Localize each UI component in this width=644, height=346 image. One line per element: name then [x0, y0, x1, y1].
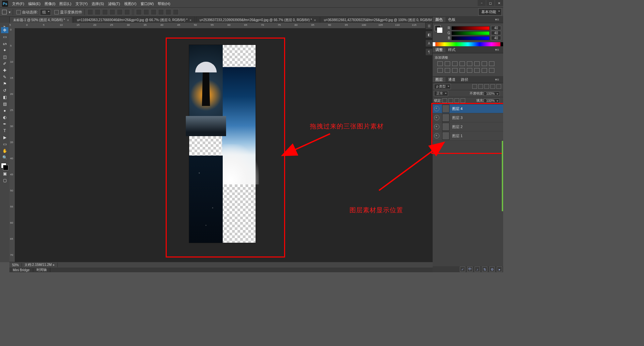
menu-type[interactable]: 文字(Y)	[73, 1, 90, 6]
stamp-tool-icon[interactable]: ⚑	[1, 81, 8, 87]
tray-icon[interactable]: ⇅	[482, 267, 487, 272]
character-panel-icon[interactable]: A	[425, 40, 433, 47]
r-value[interactable]: 40	[491, 26, 501, 30]
menu-select[interactable]: 选择(S)	[90, 1, 106, 6]
menu-edit[interactable]: 编辑(E)	[26, 1, 43, 6]
tab-minibridge[interactable]: Mini Bridge	[9, 268, 33, 272]
vertical-ruler[interactable]: 0510152025303540455055606570	[9, 28, 15, 262]
distribute-icon[interactable]	[143, 9, 149, 15]
path-select-tool-icon[interactable]: ▶	[1, 134, 8, 140]
menu-help[interactable]: 帮助(H)	[156, 1, 172, 6]
close-icon[interactable]: ×	[67, 18, 69, 22]
tab-color[interactable]: 颜色	[433, 17, 445, 22]
adjust-icon[interactable]	[437, 68, 443, 73]
show-transform-checkbox[interactable]	[54, 10, 59, 14]
wand-tool-icon[interactable]: ✦	[1, 47, 8, 53]
dodge-tool-icon[interactable]: ◐	[1, 114, 8, 120]
history-brush-tool-icon[interactable]: ↺	[1, 88, 8, 94]
distribute-icon[interactable]	[136, 9, 142, 15]
document-size[interactable]: 文档:2.15M/11.2M▸	[22, 263, 58, 267]
crop-tool-icon[interactable]: ◫	[1, 54, 8, 60]
opacity-value[interactable]: 100%	[484, 92, 500, 96]
tab-styles[interactable]: 样式	[445, 47, 458, 52]
align-icon[interactable]	[102, 9, 108, 15]
filter-icon[interactable]	[484, 84, 489, 89]
adjust-icon[interactable]	[482, 68, 487, 73]
align-icon[interactable]	[117, 9, 123, 15]
history-panel-icon[interactable]: ☰	[425, 22, 433, 30]
adjust-icon[interactable]	[460, 61, 465, 66]
tray-icon[interactable]: ▸	[497, 267, 502, 272]
canvas-area[interactable]: 拖拽过来的三张图片素材 图层素材显示位置	[15, 28, 433, 262]
g-value[interactable]: 40	[491, 31, 501, 35]
move-tool-icon[interactable]	[2, 10, 7, 14]
adjust-icon[interactable]	[445, 61, 450, 66]
filter-icon[interactable]	[478, 84, 483, 89]
shape-tool-icon[interactable]: ▭	[1, 141, 8, 147]
align-icon[interactable]	[109, 9, 115, 15]
menu-layer[interactable]: 图层(L)	[57, 1, 73, 6]
paragraph-panel-icon[interactable]: ¶	[425, 48, 433, 56]
brush-tool-icon[interactable]: ✎	[1, 74, 8, 80]
align-icon[interactable]	[87, 9, 93, 15]
filter-icon[interactable]	[472, 84, 477, 89]
fill-value[interactable]: 100%	[484, 99, 500, 103]
color-chip[interactable]	[435, 25, 443, 33]
adjust-icon[interactable]	[437, 61, 443, 66]
b-value[interactable]: 40	[491, 36, 501, 40]
document-tab[interactable]: u=3638812661,4278309225&fm=26&gp=0.jpg @…	[320, 16, 443, 23]
lock-icon[interactable]	[461, 98, 465, 103]
distribute-icon[interactable]	[165, 9, 171, 15]
tab-channels[interactable]: 通道	[445, 77, 458, 82]
eraser-tool-icon[interactable]: ◧	[1, 94, 8, 100]
menu-window[interactable]: 窗口(W)	[139, 1, 156, 6]
tab-timeline[interactable]: 时间轴	[33, 268, 50, 272]
adjust-icon[interactable]	[489, 68, 494, 73]
distribute-icon[interactable]	[173, 9, 179, 15]
tab-adjust[interactable]: 调整	[433, 47, 445, 52]
window-minimize-icon[interactable]: －	[478, 0, 486, 6]
distribute-icon[interactable]	[158, 9, 164, 15]
auto-select-checkbox[interactable]	[16, 10, 21, 14]
type-tool-icon[interactable]: T	[1, 128, 8, 134]
document-tab[interactable]: u=2539637233,2109093909&fm=26&gp=0.jpg @…	[196, 16, 320, 23]
b-slider[interactable]	[451, 36, 490, 40]
menu-view[interactable]: 视图(V)	[122, 1, 139, 6]
blend-mode-dropdown[interactable]: 正常	[434, 91, 448, 96]
align-icon[interactable]	[95, 9, 101, 15]
close-icon[interactable]: ×	[190, 18, 192, 22]
window-close-icon[interactable]: ✕	[495, 0, 503, 6]
workspace-switcher[interactable]: 基本功能	[478, 8, 502, 15]
blur-tool-icon[interactable]: ●	[1, 108, 8, 114]
menu-file[interactable]: 文件(F)	[10, 1, 26, 6]
adjust-icon[interactable]	[474, 61, 480, 66]
heal-tool-icon[interactable]: ✚	[1, 67, 8, 73]
adjust-icon[interactable]	[482, 61, 487, 66]
adjust-icon[interactable]	[467, 61, 472, 66]
scrollbar-indicator[interactable]	[502, 141, 503, 211]
tray-icon[interactable]: ♪	[475, 267, 480, 272]
window-maximize-icon[interactable]: ◻	[486, 0, 494, 6]
eyedropper-tool-icon[interactable]: ✐	[1, 61, 8, 67]
distribute-icon[interactable]	[151, 9, 157, 15]
lock-icon[interactable]	[448, 98, 453, 103]
color-swatch[interactable]	[1, 163, 8, 170]
pen-tool-icon[interactable]: ✒	[1, 121, 8, 127]
adjust-icon[interactable]	[467, 68, 472, 73]
panel-menu-icon[interactable]: ▾≡	[492, 17, 502, 22]
tab-paths[interactable]: 路径	[458, 77, 471, 82]
filter-icon[interactable]	[490, 84, 495, 89]
hand-tool-icon[interactable]: ✋	[1, 148, 8, 154]
document-tab[interactable]: u=116942063,2176669046&fm=26&gp=0.jpg @ …	[73, 16, 195, 23]
align-icon[interactable]	[124, 9, 130, 15]
gradient-tool-icon[interactable]: ▤	[1, 101, 8, 107]
filter-icon[interactable]	[496, 84, 501, 89]
zoom-level[interactable]: 50%	[9, 263, 22, 267]
menu-filter[interactable]: 滤镜(T)	[106, 1, 122, 6]
adjust-icon[interactable]	[445, 68, 450, 73]
tray-icon[interactable]: ⚙	[489, 267, 495, 272]
adjust-icon[interactable]	[452, 61, 458, 66]
hue-ramp[interactable]	[433, 42, 503, 46]
zoom-tool-icon[interactable]: 🔍	[1, 155, 8, 161]
layer-filter-kind[interactable]: ρ 类型	[434, 84, 451, 89]
